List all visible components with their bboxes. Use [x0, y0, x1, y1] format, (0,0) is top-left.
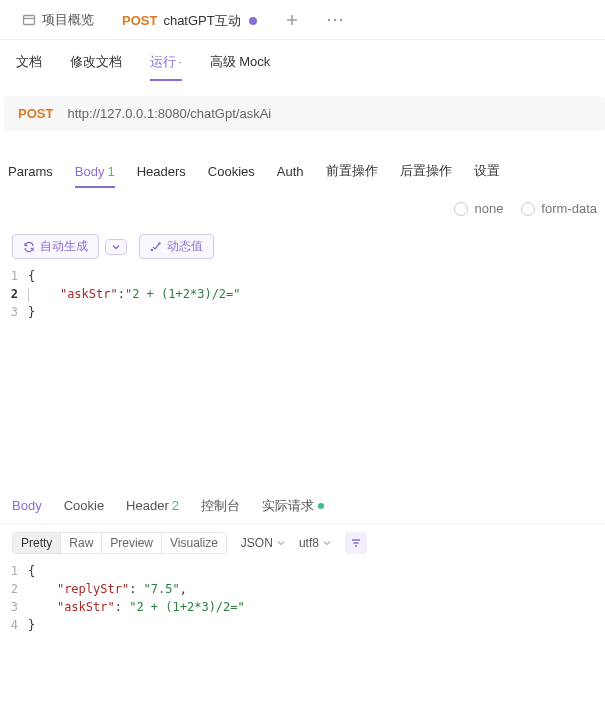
svg-point-4 [328, 18, 330, 20]
code-line: 1 { [4, 562, 605, 580]
api-subtab-bar: 文档 修改文档 运行· 高级 Mock [0, 40, 605, 84]
svg-point-8 [159, 242, 160, 243]
resptab-header[interactable]: Header2 [126, 490, 179, 521]
line-number: 1 [4, 562, 28, 580]
tab-overview-label: 项目概览 [42, 11, 94, 29]
code-token: { [28, 269, 35, 283]
resptab-body[interactable]: Body [12, 490, 42, 521]
reqtab-params[interactable]: Params [8, 156, 53, 187]
line-number: 1 [4, 267, 28, 285]
body-type-none-label: none [474, 201, 503, 216]
code-line: 3 "askStr": "2 + (1+2*3)/2=" [4, 598, 605, 616]
response-toolbar: Pretty Raw Preview Visualize JSON utf8 [0, 524, 605, 562]
radio-icon [454, 202, 468, 216]
svg-point-5 [334, 18, 336, 20]
response-body-viewer[interactable]: 1 { 2 "replyStr": "7.5", 3 "askStr": "2 … [0, 562, 605, 634]
request-editor-toolbar: 自动生成 动态值 [0, 226, 605, 267]
line-number: 3 [4, 598, 28, 616]
reqtab-post[interactable]: 后置操作 [400, 154, 452, 188]
code-token: } [28, 305, 35, 319]
code-token: "replyStr" [57, 582, 129, 596]
request-url-bar[interactable]: POST http://127.0.0.1:8080/chatGpt/askAi [4, 96, 605, 131]
dynamic-value-button[interactable]: 动态值 [139, 234, 214, 259]
resptab-realreq[interactable]: 实际请求 [262, 489, 324, 523]
response-encoding-label: utf8 [299, 536, 319, 550]
svg-rect-0 [24, 15, 35, 24]
code-token: "askStr" [60, 287, 118, 301]
resptab-header-label: Header [126, 498, 169, 513]
subtab-run[interactable]: 运行· [150, 43, 182, 81]
code-line: 1 { [4, 267, 605, 285]
cursor-icon [28, 288, 29, 302]
svg-point-7 [151, 249, 152, 250]
unsaved-indicator-dot [249, 17, 257, 25]
format-button-group: Pretty Raw Preview Visualize [12, 532, 227, 554]
body-type-row: none form-data [0, 189, 605, 226]
filter-icon-button[interactable] [345, 532, 367, 554]
subtab-mock[interactable]: 高级 Mock [210, 43, 271, 81]
code-token: "7.5" [144, 582, 180, 596]
body-type-formdata-label: form-data [541, 201, 597, 216]
request-method: POST [18, 106, 53, 121]
resptab-header-count: 2 [172, 498, 179, 513]
reqtab-body-label: Body [75, 164, 105, 179]
overview-icon [22, 13, 36, 27]
reqtab-headers[interactable]: Headers [137, 156, 186, 187]
code-line: 2 "askStr":"2 + (1+2*3)/2=" [4, 285, 605, 303]
reqtab-cookies[interactable]: Cookies [208, 156, 255, 187]
subtab-doc[interactable]: 文档 [16, 43, 42, 81]
response-encoding-select[interactable]: utf8 [299, 536, 331, 550]
reqtab-auth[interactable]: Auth [277, 156, 304, 187]
line-number: 2 [4, 580, 28, 598]
run-indicator-dot: · [178, 54, 182, 69]
reqtab-body[interactable]: Body1 [75, 156, 115, 187]
svg-point-6 [340, 18, 342, 20]
auto-generate-dropdown[interactable] [105, 239, 127, 255]
subtab-edit-doc[interactable]: 修改文档 [70, 43, 122, 81]
chevron-down-icon [323, 539, 331, 547]
auto-generate-label: 自动生成 [40, 238, 88, 255]
format-raw-button[interactable]: Raw [60, 533, 101, 553]
code-token: "askStr" [57, 600, 115, 614]
format-pretty-button[interactable]: Pretty [13, 533, 60, 553]
chevron-down-icon [277, 539, 285, 547]
body-type-formdata[interactable]: form-data [521, 201, 597, 216]
resptab-console[interactable]: 控制台 [201, 489, 240, 523]
tab-api-active[interactable]: POST chatGPT互动 [108, 0, 271, 39]
code-token: "2 + (1+2*3)/2=" [129, 600, 245, 614]
request-url: http://127.0.0.1:8080/chatGpt/askAi [67, 106, 271, 121]
request-tab-bar: Params Body1 Headers Cookies Auth 前置操作 后… [0, 153, 605, 189]
request-body-editor[interactable]: 1 { 2 "askStr":"2 + (1+2*3)/2=" 3 } [0, 267, 605, 482]
status-dot-icon [318, 503, 324, 509]
response-format-label: JSON [241, 536, 273, 550]
tab-method-badge: POST [122, 13, 157, 28]
code-token: "2 + (1+2*3)/2=" [125, 287, 241, 301]
response-format-select[interactable]: JSON [241, 536, 285, 550]
reqtab-settings[interactable]: 设置 [474, 154, 500, 188]
line-number: 4 [4, 616, 28, 634]
code-token: } [28, 618, 35, 632]
resptab-realreq-label: 实际请求 [262, 498, 314, 513]
code-token: { [28, 564, 35, 578]
reqtab-body-count: 1 [107, 164, 114, 179]
auto-generate-button[interactable]: 自动生成 [12, 234, 99, 259]
format-preview-button[interactable]: Preview [101, 533, 161, 553]
code-line: 4 } [4, 616, 605, 634]
response-tab-bar: Body Cookie Header2 控制台 实际请求 [0, 488, 605, 524]
line-number: 2 [4, 285, 28, 303]
radio-icon [521, 202, 535, 216]
new-tab-button[interactable] [271, 0, 313, 39]
dynamic-value-label: 动态值 [167, 238, 203, 255]
top-tab-bar: 项目概览 POST chatGPT互动 [0, 0, 605, 40]
resptab-cookie[interactable]: Cookie [64, 490, 104, 521]
tab-more-button[interactable] [313, 0, 357, 39]
format-visualize-button[interactable]: Visualize [161, 533, 226, 553]
tab-project-overview[interactable]: 项目概览 [8, 0, 108, 39]
body-type-none[interactable]: none [454, 201, 503, 216]
tab-api-label: chatGPT互动 [163, 12, 240, 30]
code-line: 3 } [4, 303, 605, 321]
subtab-run-label: 运行 [150, 54, 176, 69]
reqtab-pre[interactable]: 前置操作 [326, 154, 378, 188]
line-number: 3 [4, 303, 28, 321]
code-line: 2 "replyStr": "7.5", [4, 580, 605, 598]
